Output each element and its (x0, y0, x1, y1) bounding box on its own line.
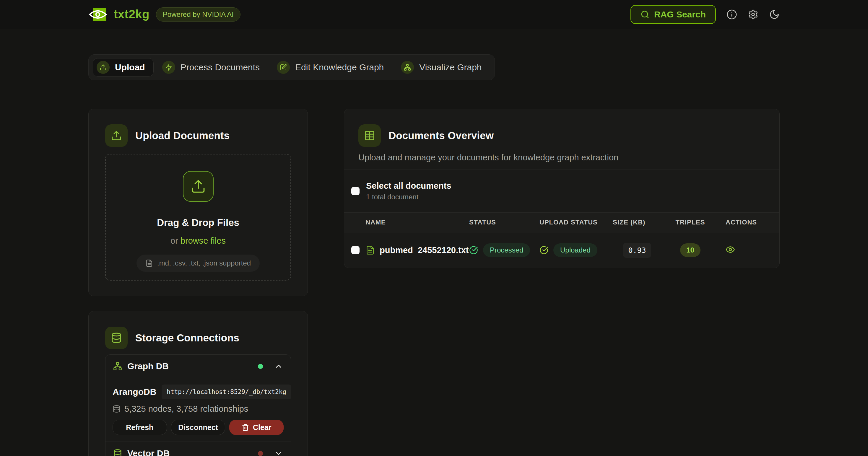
upload-status-badge: Uploaded (553, 243, 597, 257)
db-connection-url: http://localhost:8529/_db/txt2kg (162, 385, 291, 399)
database-icon (113, 405, 121, 413)
check-circle-icon (539, 246, 548, 255)
upload-tile-icon[interactable] (183, 171, 214, 202)
rag-search-label: RAG Search (654, 9, 706, 20)
column-name: NAME (366, 219, 469, 226)
tab-label: Upload (115, 62, 145, 72)
triples-count-badge: 10 (680, 243, 701, 257)
column-size: SIZE (KB) (613, 219, 661, 226)
chevron-down-icon (274, 449, 283, 456)
vector-db-header[interactable]: Vector DB (105, 442, 291, 456)
document-name: pubmed_24552120.txt (380, 246, 469, 255)
refresh-button[interactable]: Refresh (113, 420, 167, 435)
rag-search-button[interactable]: RAG Search (630, 5, 716, 24)
db-panel: Graph DB ArangoDB http://localhost:8529/… (105, 354, 291, 456)
supported-formats-pill: .md, .csv, .txt, .json supported (136, 255, 260, 272)
documents-card-subtitle: Upload and manage your documents for kno… (359, 153, 765, 162)
file-text-icon (366, 246, 375, 255)
upload-icon (97, 61, 110, 74)
row-checkbox[interactable] (351, 246, 360, 254)
tab-label: Edit Knowledge Graph (295, 62, 384, 72)
select-all-row: Select all documents 1 total document (344, 169, 779, 213)
info-icon (726, 9, 737, 20)
powered-by-badge: Powered by NVIDIA AI (156, 7, 241, 22)
database-icon (105, 327, 128, 349)
brand-name: txt2kg (114, 8, 150, 21)
tab-upload[interactable]: Upload (93, 58, 154, 76)
graph-network-icon (401, 61, 414, 74)
navbar: txt2kg Powered by NVIDIA AI RAG Search (0, 0, 868, 29)
file-dropzone[interactable]: Drag & Drop Files or browse files .md, .… (105, 154, 291, 281)
search-icon (641, 10, 649, 19)
upload-card-title: Upload Documents (135, 130, 229, 141)
nav-actions: RAG Search (630, 5, 780, 24)
tab-edit-knowledge-graph[interactable]: Edit Knowledge Graph (273, 58, 392, 76)
graph-network-icon (113, 362, 122, 371)
main-content: Upload Process Documents Edit Knowledge … (88, 29, 780, 456)
trash-icon (242, 424, 249, 431)
gear-icon (748, 9, 758, 20)
tab-label: Visualize Graph (419, 62, 482, 72)
documents-overview-card: Documents Overview Upload and manage you… (344, 109, 780, 268)
info-button[interactable] (726, 9, 737, 20)
select-all-label: Select all documents (366, 181, 452, 191)
storage-connections-card: Storage Connections Graph DB ArangoDB (88, 311, 308, 456)
tab-label: Process Documents (181, 62, 260, 72)
tab-visualize-graph[interactable]: Visualize Graph (397, 58, 490, 76)
total-documents-label: 1 total document (366, 193, 452, 201)
documents-card-title: Documents Overview (389, 130, 494, 141)
column-status: STATUS (469, 219, 539, 226)
graph-db-body: ArangoDB http://localhost:8529/_db/txt2k… (105, 378, 291, 442)
storage-card-title: Storage Connections (135, 332, 239, 344)
settings-button[interactable] (748, 9, 758, 20)
upload-documents-card: Upload Documents Drag & Drop Files or br… (88, 109, 308, 296)
column-triples: TRIPLES (661, 219, 719, 226)
connected-status-dot (258, 364, 263, 369)
graph-db-header[interactable]: Graph DB (105, 355, 291, 378)
column-actions: ACTIONS (719, 219, 772, 226)
theme-toggle-button[interactable] (769, 9, 780, 20)
vector-db-label: Vector DB (127, 448, 253, 456)
dropzone-subtitle: or browse files (170, 236, 226, 246)
browse-files-link[interactable]: browse files (181, 236, 226, 246)
upload-icon (105, 124, 128, 147)
documents-table-header: NAME STATUS UPLOAD STATUS SIZE (KB) TRIP… (344, 213, 779, 232)
db-stats-label: 5,325 nodes, 3,758 relationships (124, 404, 248, 414)
table-icon (359, 124, 381, 147)
db-stats: 5,325 nodes, 3,758 relationships (113, 404, 284, 414)
moon-icon (769, 9, 780, 20)
tabbar: Upload Process Documents Edit Knowledge … (88, 54, 495, 80)
disconnected-status-dot (258, 451, 263, 456)
brand: txt2kg Powered by NVIDIA AI (88, 6, 241, 23)
file-icon (145, 259, 153, 267)
nvidia-logo-icon (88, 6, 107, 23)
or-text: or (170, 236, 178, 246)
graph-db-label: Graph DB (127, 361, 253, 371)
status-badge: Processed (483, 243, 530, 257)
supported-formats-label: .md, .csv, .txt, .json supported (157, 259, 251, 267)
disconnect-button[interactable]: Disconnect (171, 420, 225, 435)
column-upload-status: UPLOAD STATUS (539, 219, 613, 226)
size-value: 0.93 (623, 243, 651, 258)
dropzone-title: Drag & Drop Files (157, 217, 239, 228)
tab-process-documents[interactable]: Process Documents (158, 58, 268, 76)
select-all-checkbox[interactable] (351, 187, 360, 195)
clear-label: Clear (253, 423, 272, 432)
database-icon (113, 449, 122, 456)
edit-icon (277, 61, 290, 74)
eye-icon (725, 245, 735, 254)
db-provider-name: ArangoDB (113, 387, 156, 397)
view-document-button[interactable] (725, 245, 735, 254)
table-row: pubmed_24552120.txt Processed Uploaded 0… (344, 232, 779, 268)
clear-button[interactable]: Clear (229, 420, 284, 435)
bolt-icon (162, 61, 175, 74)
check-circle-icon (469, 246, 478, 255)
chevron-up-icon (274, 362, 283, 371)
